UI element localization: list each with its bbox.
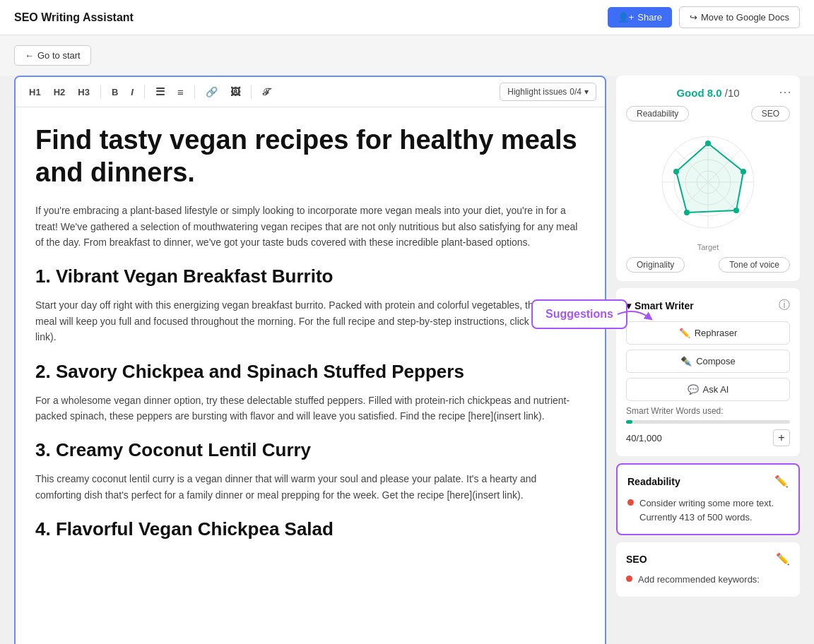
editor-section-3-body: This creamy coconut lentil curry is a ve… [35, 471, 585, 503]
seo-suggestion-item: Add recommended keywords: [626, 573, 790, 587]
ordered-list-button[interactable]: ☰ [151, 83, 170, 101]
words-progress-fill [626, 420, 632, 424]
score-panel: ⋯ Good 8.0 /10 Readability SEO [616, 76, 800, 281]
score-good-label: Good [676, 87, 704, 99]
originality-chip[interactable]: Originality [626, 257, 685, 273]
svg-point-13 [684, 210, 690, 215]
readability-edit-button[interactable]: ✏️ [774, 475, 789, 488]
words-count: 40/1,000 [626, 433, 662, 443]
seo-suggestions-panel: SEO ✏️ Add recommended keywords: [616, 542, 800, 597]
editor-section-1-body: Start your day off right with this energ… [35, 297, 585, 345]
h3-button[interactable]: H3 [73, 84, 95, 100]
panel-menu-button[interactable]: ⋯ [779, 84, 791, 100]
unordered-list-button[interactable]: ≡ [172, 83, 189, 101]
score-label: Good 8.0 /10 [626, 87, 790, 99]
readability-chip[interactable]: Readability [626, 106, 689, 121]
right-panel: ⋯ Good 8.0 /10 Readability SEO [616, 76, 800, 644]
ask-ai-button[interactable]: 💬 Ask AI [626, 378, 790, 401]
readability-suggestion-item: Consider writing some more text. Current… [627, 496, 789, 524]
seo-suggestions-header: SEO ✏️ [626, 552, 790, 566]
suggestions-arrow-svg [618, 304, 653, 325]
highlight-count-badge: 0/4 [570, 87, 582, 97]
words-count-row: 40/1,000 + [626, 429, 790, 446]
app-title: SEO Writing Assistant [14, 11, 134, 24]
google-docs-icon: ↪ [690, 12, 697, 23]
svg-point-11 [741, 169, 746, 174]
suggestions-popup: Suggestions [531, 299, 627, 329]
editor-section-2-body: For a wholesome vegan dinner option, try… [35, 393, 585, 424]
toolbar-separator [100, 85, 101, 99]
editor-section-1-heading: 1. Vibrant Vegan Breakfast Burrito [35, 266, 585, 287]
ask-ai-icon: 💬 [688, 384, 699, 395]
editor-panel: H1 H2 H3 B I ☰ ≡ 🔗 🖼 𝒯̶ Highlight issues… [14, 76, 606, 644]
main-layout: H1 H2 H3 B I ☰ ≡ 🔗 🖼 𝒯̶ Highlight issues… [0, 76, 814, 644]
go-to-start-button[interactable]: ← Go to start [14, 45, 91, 66]
readability-suggestions-title: Readability [627, 476, 680, 487]
compose-button[interactable]: ✒️ Compose [626, 350, 790, 373]
link-button[interactable]: 🔗 [201, 83, 223, 100]
editor-section-4-heading: 4. Flavorful Vegan Chickpea Salad [35, 518, 585, 540]
svg-point-10 [705, 141, 711, 146]
chevron-down-icon: ▾ [584, 87, 589, 97]
radar-target-label: Target [626, 243, 790, 251]
readability-suggestions-header: Readability ✏️ [627, 475, 789, 488]
editor-section-3-heading: 3. Creamy Coconut Lentil Curry [35, 439, 585, 461]
editor-content[interactable]: Find tasty vegan recipes for healthy mea… [16, 107, 605, 644]
seo-suggestions-title: SEO [626, 554, 647, 565]
editor-title: Find tasty vegan recipes for healthy mea… [35, 124, 585, 189]
words-used-label: Smart Writer Words used: [626, 406, 790, 416]
toolbar-separator-3 [194, 85, 195, 99]
tone-of-voice-chip[interactable]: Tone of voice [719, 257, 790, 273]
suggestion-dot [627, 499, 634, 506]
google-docs-button[interactable]: ↪ Move to Google Docs [679, 6, 800, 28]
words-progress-bar [626, 420, 790, 424]
toolbar-separator-4 [251, 85, 252, 99]
seo-dot [626, 576, 632, 582]
clear-format-button[interactable]: 𝒯̶ [257, 83, 273, 101]
editor-section-2-heading: 2. Savory Chickpea and Spinach Stuffed P… [35, 361, 585, 383]
h1-button[interactable]: H1 [24, 84, 46, 100]
score-chips-bottom: Originality Tone of voice [626, 257, 790, 273]
score-number: 8.0 [707, 87, 722, 99]
radar-svg [651, 129, 765, 239]
readability-suggestions-panel: Readability ✏️ Consider writing some mor… [616, 463, 800, 535]
italic-button[interactable]: I [126, 84, 138, 100]
highlight-issues-label: Highlight issues [507, 87, 567, 97]
toolbar-separator-2 [144, 85, 145, 99]
smart-writer-info-icon[interactable]: ⓘ [779, 298, 790, 313]
svg-marker-8 [676, 143, 743, 213]
image-button[interactable]: 🖼 [225, 83, 245, 100]
words-add-button[interactable]: + [773, 429, 790, 446]
score-denom: /10 [725, 87, 740, 99]
radar-chart [626, 127, 790, 240]
score-chips-top: Readability SEO [626, 106, 790, 121]
seo-chip[interactable]: SEO [751, 106, 790, 121]
seo-edit-button[interactable]: ✏️ [776, 552, 790, 566]
sub-header: ← Go to start [0, 35, 814, 76]
compose-icon: ✒️ [680, 356, 692, 366]
h2-button[interactable]: H2 [49, 84, 71, 100]
share-button[interactable]: 👤+ Share [608, 7, 672, 28]
header: SEO Writing Assistant 👤+ Share ↪ Move to… [0, 0, 814, 35]
svg-point-14 [673, 169, 679, 174]
header-actions: 👤+ Share ↪ Move to Google Docs [608, 6, 800, 28]
editor-toolbar: H1 H2 H3 B I ☰ ≡ 🔗 🖼 𝒯̶ Highlight issues… [16, 77, 605, 107]
share-icon: 👤+ [618, 12, 635, 23]
highlight-issues-button[interactable]: Highlight issues 0/4 ▾ [500, 83, 596, 101]
bold-button[interactable]: B [107, 84, 123, 100]
rephraser-icon: ✏️ [679, 328, 690, 338]
svg-point-12 [733, 208, 739, 213]
editor-intro: If you're embracing a plant-based lifest… [35, 203, 585, 250]
arrow-left-icon: ← [25, 50, 34, 61]
